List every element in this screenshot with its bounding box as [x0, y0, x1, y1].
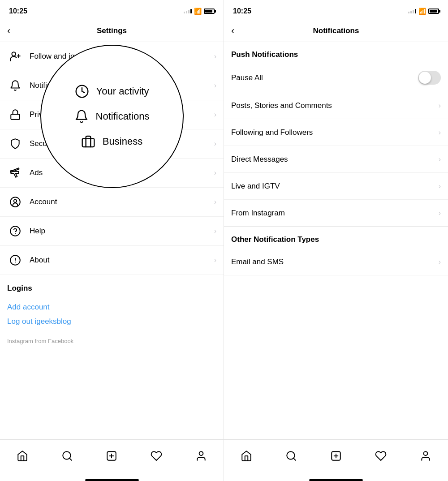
notifications-overlay-label: Notifications: [96, 111, 150, 122]
status-time-left: 10:25: [9, 7, 27, 15]
svg-point-6: [10, 226, 20, 236]
svg-line-20: [293, 458, 296, 460]
chevron-right-icon: ›: [214, 198, 216, 206]
heart-right-icon: [375, 450, 387, 462]
svg-rect-18: [82, 138, 95, 147]
email-sms-label: Email and SMS: [231, 258, 439, 266]
left-panel: 10:25 📶 ‹ Settings Follow and invite fri…: [0, 0, 224, 481]
account-icon: [7, 194, 23, 210]
notif-item-direct-messages[interactable]: Direct Messages ›: [224, 146, 448, 173]
bell-overlay-icon: [74, 109, 89, 124]
status-bar-right: 10:25 📶: [224, 0, 448, 20]
search-right-icon: [285, 450, 297, 462]
settings-item-help[interactable]: Help ›: [0, 217, 224, 246]
add-icon: [106, 450, 117, 462]
settings-item-account[interactable]: Account ›: [0, 188, 224, 217]
notif-item-live-igtv[interactable]: Live and IGTV ›: [224, 173, 448, 200]
chevron-following-icon: ›: [439, 129, 441, 137]
notif-item-posts-stories[interactable]: Posts, Stories and Comments ›: [224, 92, 448, 119]
chevron-right-icon: ›: [214, 140, 216, 148]
add-right-icon: [330, 450, 342, 462]
instagram-footer: Instagram from Facebook: [0, 332, 224, 350]
home-right-icon: [241, 450, 252, 462]
from-instagram-label: From Instagram: [231, 209, 439, 218]
settings-title: Settings: [97, 26, 127, 35]
home-icon: [17, 450, 28, 462]
help-icon: [7, 223, 23, 239]
bell-icon: [7, 77, 23, 94]
chevron-right-icon: ›: [214, 82, 216, 90]
svg-point-24: [424, 451, 428, 455]
settings-header: ‹ Settings: [0, 20, 224, 42]
nav-add-right[interactable]: [323, 447, 349, 465]
signal-icon: [184, 9, 192, 13]
account-label: Account: [30, 198, 214, 206]
chevron-email-icon: ›: [439, 258, 441, 266]
following-followers-label: Following and Followers: [231, 128, 439, 137]
home-indicator-right: [309, 479, 363, 481]
chevron-from-ig-icon: ›: [439, 209, 441, 217]
nav-profile-right[interactable]: [413, 447, 439, 465]
svg-point-4: [10, 197, 20, 207]
status-icons-left: 📶: [184, 8, 215, 15]
overlay-your-activity[interactable]: Your activity: [75, 84, 149, 99]
search-icon: [61, 450, 73, 462]
logout-link[interactable]: Log out igeeksblog: [7, 314, 216, 329]
nav-search-left[interactable]: [54, 447, 80, 465]
about-icon: [7, 252, 23, 268]
battery-icon: [204, 9, 215, 14]
add-account-link[interactable]: Add account: [7, 300, 216, 314]
chevron-right-icon: ›: [214, 256, 216, 264]
signal-right-icon: [408, 9, 416, 13]
status-time-right: 10:25: [233, 7, 251, 15]
briefcase-icon: [81, 134, 95, 149]
heart-icon: [151, 450, 162, 462]
nav-home-left[interactable]: [9, 447, 35, 465]
settings-item-about[interactable]: About ›: [0, 246, 224, 275]
pause-all-row: Pause All: [224, 64, 448, 92]
person-add-icon: [7, 48, 23, 64]
chevron-right-icon: ›: [214, 111, 216, 119]
help-label: Help: [30, 227, 214, 236]
chevron-right-icon: ›: [214, 169, 216, 177]
chevron-right-icon: ›: [214, 52, 216, 60]
wifi-icon: 📶: [194, 8, 202, 15]
direct-messages-label: Direct Messages: [231, 155, 439, 164]
back-button-right[interactable]: ‹: [231, 26, 234, 36]
nav-add-left[interactable]: [99, 447, 125, 465]
nav-search-right[interactable]: [278, 447, 304, 465]
pause-all-label: Pause All: [231, 73, 418, 82]
bottom-nav-left: [0, 439, 224, 477]
nav-heart-left[interactable]: [143, 447, 169, 465]
overlay-business[interactable]: Business: [81, 134, 142, 149]
svg-point-16: [199, 451, 203, 455]
pause-all-toggle[interactable]: [418, 71, 441, 85]
overlay-circle: Your activity Notifications Business: [40, 45, 184, 188]
live-igtv-label: Live and IGTV: [231, 182, 439, 191]
chevron-live-icon: ›: [439, 182, 441, 190]
nav-profile-left[interactable]: [188, 447, 214, 465]
profile-icon: [195, 450, 207, 462]
notif-item-following[interactable]: Following and Followers ›: [224, 119, 448, 146]
your-activity-label: Your activity: [96, 86, 149, 97]
nav-heart-right[interactable]: [368, 447, 394, 465]
status-icons-right: 📶: [408, 8, 439, 15]
overlay-notifications[interactable]: Notifications: [74, 109, 150, 124]
chevron-posts-icon: ›: [439, 102, 441, 110]
notif-item-email-sms[interactable]: Email and SMS ›: [224, 249, 448, 275]
notif-item-from-instagram[interactable]: From Instagram ›: [224, 200, 448, 227]
posts-stories-label: Posts, Stories and Comments: [231, 101, 439, 110]
svg-point-5: [14, 200, 17, 203]
other-notifications-title: Other Notification Types: [224, 227, 448, 249]
notifications-title: Notifications: [313, 26, 359, 35]
logins-title: Logins: [7, 284, 216, 293]
home-indicator-left: [85, 479, 139, 481]
status-bar-left: 10:25 📶: [0, 0, 224, 20]
toggle-knob: [419, 72, 431, 84]
nav-home-right[interactable]: [233, 447, 259, 465]
megaphone-icon: [7, 165, 23, 181]
back-button-left[interactable]: ‹: [7, 26, 10, 36]
notifications-header: ‹ Notifications: [224, 20, 448, 42]
about-label: About: [30, 256, 214, 265]
business-label: Business: [103, 136, 142, 147]
